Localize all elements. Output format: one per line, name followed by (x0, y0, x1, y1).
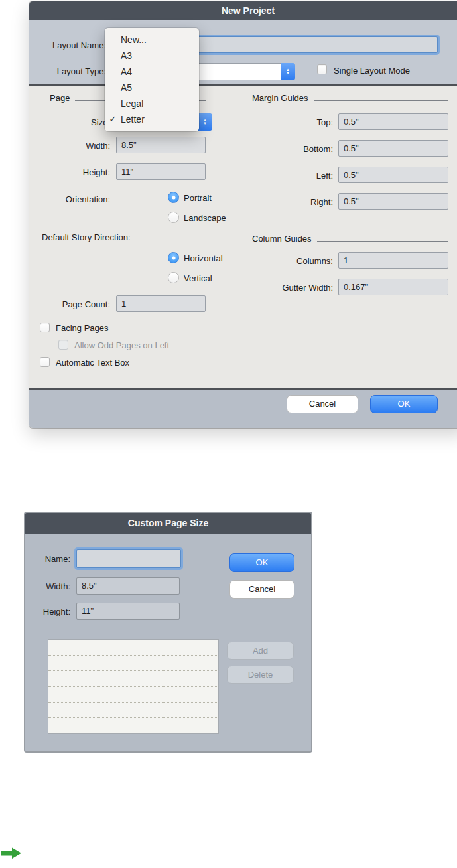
list-row[interactable] (48, 703, 218, 719)
columns-input[interactable]: 1 (338, 252, 448, 269)
menu-item-label: A5 (121, 80, 132, 96)
gutter-width-label: Gutter Width: (252, 283, 333, 293)
heading-rule (317, 234, 448, 242)
layout-section: Layout Name: Layout Type: ▲▼ Single Layo… (29, 20, 457, 86)
menu-item-label: Letter (121, 111, 145, 127)
new-project-titlebar[interactable]: New Project (29, 1, 457, 20)
page-count-input[interactable]: 1 (116, 295, 206, 312)
cancel-button[interactable]: Cancel (287, 395, 358, 413)
size-dropdown-menu: New... A3 A4 A5 Legal ✓Letter (105, 28, 199, 131)
layout-name-label: Layout Name: (29, 40, 106, 51)
margin-top-label: Top: (252, 117, 333, 128)
cps-ok-button[interactable]: OK (229, 553, 294, 572)
menu-item-a3[interactable]: A3 (105, 48, 199, 64)
margin-top-input[interactable]: 0.5" (338, 113, 448, 130)
horizontal-label: Horizontal (184, 253, 223, 264)
single-layout-mode-label: Single Layout Mode (334, 66, 410, 76)
menu-item-label: A4 (121, 64, 132, 80)
margin-guides-label: Margin Guides (252, 93, 308, 103)
separator-line (48, 630, 220, 630)
automatic-text-box-checkbox[interactable] (40, 357, 50, 367)
page-settings-section: Page Size: ▲▼ Width: 8.5" Height: 11" Or… (29, 86, 457, 390)
margin-right-input[interactable]: 0.5" (338, 193, 448, 210)
heading-rule (314, 93, 448, 101)
margin-bottom-label: Bottom: (252, 144, 333, 155)
menu-item-new[interactable]: New... (105, 32, 199, 48)
name-input[interactable] (76, 549, 181, 568)
list-row[interactable] (48, 640, 218, 656)
allow-odd-pages-checkbox (58, 340, 68, 350)
name-label: Name: (32, 554, 70, 565)
width-input[interactable]: 8.5" (116, 137, 206, 153)
gutter-width-input[interactable]: 0.167" (338, 279, 448, 295)
allow-odd-pages-label: Allow Odd Pages on Left (74, 340, 169, 351)
size-label: Size: (29, 117, 110, 128)
custom-sizes-list[interactable] (48, 639, 219, 734)
custom-page-size-titlebar[interactable]: Custom Page Size (25, 513, 311, 534)
page-heading-label: Page (50, 93, 70, 103)
cps-height-label: Height: (32, 607, 70, 617)
layout-type-label: Layout Type: (29, 66, 106, 77)
vertical-label: Vertical (184, 273, 212, 284)
automatic-text-box-label: Automatic Text Box (56, 358, 129, 368)
custom-page-size-dialog: Custom Page Size Name: Width: 8.5" Heigh… (24, 512, 312, 753)
columns-label: Columns: (252, 256, 333, 267)
margin-guides-heading: Margin Guides (252, 93, 448, 103)
menu-item-label: Legal (121, 96, 143, 111)
landscape-radio[interactable] (168, 212, 179, 223)
vertical-radio[interactable] (168, 272, 179, 283)
portrait-label: Portrait (184, 193, 212, 204)
facing-pages-checkbox[interactable] (40, 323, 50, 332)
margin-left-label: Left: (252, 171, 333, 181)
checkmark-icon: ✓ (105, 111, 121, 127)
cps-width-input[interactable]: 8.5" (76, 577, 180, 595)
list-row[interactable] (48, 656, 218, 672)
add-button: Add (227, 642, 294, 660)
menu-item-a5[interactable]: A5 (105, 80, 199, 96)
column-guides-label: Column Guides (252, 234, 312, 244)
list-row[interactable] (48, 687, 218, 703)
popup-arrows-icon: ▲▼ (198, 113, 212, 131)
green-arrow-icon (1, 847, 22, 859)
menu-item-label: A3 (121, 48, 132, 64)
width-label: Width: (29, 141, 110, 151)
column-guides-heading: Column Guides (252, 234, 448, 244)
height-label: Height: (29, 167, 110, 178)
new-project-dialog: New Project Layout Name: Layout Type: ▲▼… (29, 1, 457, 428)
portrait-radio[interactable] (168, 192, 179, 203)
cps-height-input[interactable]: 11" (76, 603, 180, 620)
story-direction-label: Default Story Direction: (42, 232, 131, 243)
facing-pages-label: Facing Pages (56, 323, 109, 334)
cps-cancel-button[interactable]: Cancel (229, 580, 294, 599)
orientation-label: Orientation: (29, 194, 110, 205)
menu-item-a4[interactable]: A4 (105, 64, 199, 80)
list-row[interactable] (48, 671, 218, 687)
page: { "new_project": { "title": "New Project… (0, 0, 457, 868)
margin-right-label: Right: (252, 197, 333, 208)
popup-arrows-icon: ▲▼ (281, 63, 295, 80)
ok-button[interactable]: OK (370, 395, 438, 413)
page-count-label: Page Count: (29, 299, 110, 310)
landscape-label: Landscape (184, 213, 226, 224)
menu-item-label: New... (121, 32, 147, 48)
list-row[interactable] (48, 718, 218, 733)
cps-width-label: Width: (32, 581, 70, 592)
height-input[interactable]: 11" (116, 163, 206, 180)
menu-item-letter[interactable]: ✓Letter (105, 111, 199, 127)
margin-left-input[interactable]: 0.5" (338, 167, 448, 183)
menu-item-legal[interactable]: Legal (105, 96, 199, 111)
horizontal-radio[interactable] (168, 252, 179, 263)
margin-bottom-input[interactable]: 0.5" (338, 140, 448, 157)
new-project-footer: Cancel OK (29, 390, 457, 428)
delete-button: Delete (227, 666, 294, 684)
new-project-title: New Project (222, 5, 275, 16)
custom-page-size-title: Custom Page Size (128, 518, 208, 528)
single-layout-mode-checkbox[interactable] (317, 64, 327, 74)
